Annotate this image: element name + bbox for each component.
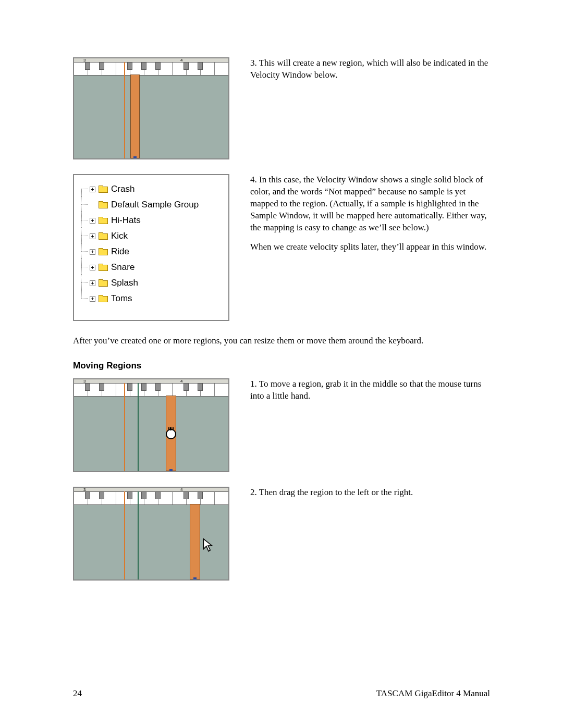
region-dragged[interactable] bbox=[190, 504, 200, 579]
step-3-text: 3. This will create a new region, which … bbox=[250, 57, 490, 89]
figure-region-created: 3 4 bbox=[73, 57, 229, 159]
moving-regions-heading: Moving Regions bbox=[73, 361, 490, 371]
ruler-tick-3c: 3 bbox=[83, 487, 85, 492]
sample-tree: +CrashDefault Sample Group+Hi-Hats+Kick+… bbox=[73, 174, 229, 321]
folder-icon bbox=[99, 295, 108, 302]
tree-item-label: Crash bbox=[111, 184, 134, 194]
moving-step-1-row: 3 4 bbox=[73, 378, 490, 472]
page-footer: 24 TASCAM GigaEditor 4 Manual bbox=[73, 688, 490, 699]
tree-item-label: Kick bbox=[111, 231, 128, 241]
moving-step-1-para: 1. To move a region, grab it in the midd… bbox=[250, 378, 490, 402]
tree-item-default-sample-group[interactable]: Default Sample Group bbox=[78, 197, 224, 213]
keyboard-ruler-2: 3 4 bbox=[74, 379, 228, 384]
ruler-tick-3: 3 bbox=[83, 58, 85, 63]
folder-icon bbox=[99, 217, 108, 224]
step-4-para-b: When we create velocity splits later, th… bbox=[250, 241, 490, 253]
figure-move-drag: 3 4 bbox=[73, 487, 229, 581]
tree-connector bbox=[78, 244, 90, 260]
tree-item-hi-hats[interactable]: +Hi-Hats bbox=[78, 213, 224, 228]
tree-connector bbox=[78, 260, 90, 275]
manual-page: 3 4 bbox=[0, 0, 563, 728]
ruler-tick-4c: 4 bbox=[180, 487, 182, 492]
tree-item-splash[interactable]: +Splash bbox=[78, 275, 224, 291]
folder-icon bbox=[99, 232, 108, 240]
expander-icon[interactable]: + bbox=[90, 218, 95, 224]
moving-step-2-para: 2. Then drag the region to the left or t… bbox=[250, 487, 490, 499]
tree-item-label: Toms bbox=[111, 293, 132, 304]
tree-item-label: Ride bbox=[111, 246, 129, 257]
expander-icon[interactable]: + bbox=[90, 233, 95, 239]
step-4-para-a: 4. In this case, the Velocity Window sho… bbox=[250, 174, 490, 234]
page-number: 24 bbox=[73, 688, 82, 699]
step-3-row: 3 4 bbox=[73, 57, 490, 159]
ruler-tick-3b: 3 bbox=[83, 379, 85, 384]
new-region[interactable] bbox=[130, 75, 140, 158]
tree-item-crash[interactable]: +Crash bbox=[78, 181, 224, 197]
tree-item-label: Hi-Hats bbox=[111, 215, 141, 226]
tree-item-kick[interactable]: +Kick bbox=[78, 228, 224, 244]
moving-step-2-text: 2. Then drag the region to the left or t… bbox=[250, 487, 490, 506]
ruler-tick-4b: 4 bbox=[180, 379, 182, 384]
moving-step-1-text: 1. To move a region, grab it in the midd… bbox=[250, 378, 490, 410]
tree-item-label: Splash bbox=[111, 278, 138, 288]
figure-sample-tree: +CrashDefault Sample Group+Hi-Hats+Kick+… bbox=[73, 174, 229, 321]
keyboard-region-figure: 3 4 bbox=[73, 57, 229, 159]
tree-connector bbox=[78, 213, 90, 228]
region-handle[interactable] bbox=[133, 156, 137, 158]
folder-icon bbox=[99, 201, 108, 208]
figure-move-grab: 3 4 bbox=[73, 378, 229, 472]
tree-item-snare[interactable]: +Snare bbox=[78, 260, 224, 275]
keyboard-drag-figure: 3 4 bbox=[73, 487, 229, 581]
after-regions-para: After you’ve created one or more regions… bbox=[73, 336, 490, 346]
keyboard-grab-figure: 3 4 bbox=[73, 378, 229, 472]
tree-connector bbox=[78, 275, 90, 291]
expander-icon[interactable]: + bbox=[90, 280, 95, 286]
folder-icon bbox=[99, 248, 108, 255]
white-keys bbox=[74, 63, 228, 76]
step-4-text: 4. In this case, the Velocity Window sho… bbox=[250, 174, 490, 261]
folder-icon bbox=[99, 279, 108, 287]
ruler-tick-4: 4 bbox=[180, 58, 182, 63]
manual-title: TASCAM GigaEditor 4 Manual bbox=[376, 688, 490, 699]
expander-icon[interactable]: + bbox=[90, 187, 95, 192]
tree-connector bbox=[78, 291, 90, 306]
keyboard-ruler-3: 3 4 bbox=[74, 488, 228, 492]
expander-icon[interactable]: + bbox=[90, 249, 95, 255]
tree-item-toms[interactable]: +Toms bbox=[78, 291, 224, 306]
tree-connector bbox=[78, 228, 90, 244]
keyboard-ruler: 3 4 bbox=[74, 58, 228, 63]
folder-icon bbox=[99, 186, 108, 193]
tree-item-ride[interactable]: +Ride bbox=[78, 244, 224, 260]
expander-icon[interactable]: + bbox=[90, 296, 95, 302]
tree-item-label: Snare bbox=[111, 262, 134, 273]
tree-connector bbox=[78, 197, 90, 213]
folder-icon bbox=[99, 264, 108, 271]
moving-step-2-row: 3 4 bbox=[73, 487, 490, 581]
marker-line bbox=[124, 62, 125, 158]
expander-icon[interactable]: + bbox=[90, 265, 95, 270]
tree-item-label: Default Sample Group bbox=[111, 200, 199, 210]
step-3-para: 3. This will create a new region, which … bbox=[250, 57, 490, 81]
step-4-row: +CrashDefault Sample Group+Hi-Hats+Kick+… bbox=[73, 174, 490, 321]
tree-connector bbox=[78, 181, 90, 197]
hand-cursor-icon bbox=[166, 429, 176, 439]
